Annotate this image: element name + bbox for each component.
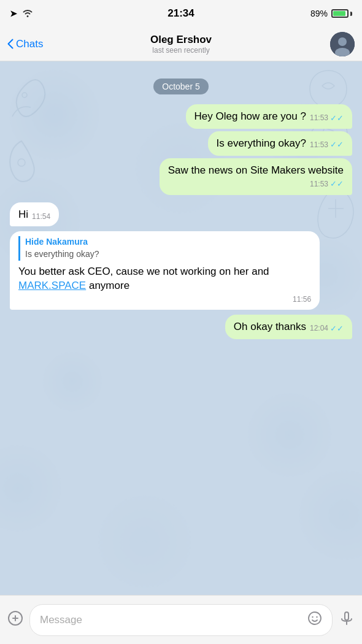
message-time: 12:04	[310, 323, 328, 334]
bubble-meta: 11:56	[18, 294, 311, 305]
message-row: Hi 11:54	[5, 202, 357, 227]
message-time: 11:53	[310, 140, 328, 150]
arrow-icon: ➤	[10, 9, 17, 18]
nav-bar: Chats Oleg Ershov last seen recently	[0, 27, 362, 61]
messages-container: Hey Oleg how are you ? 11:53 ✓✓ Is every…	[5, 104, 357, 339]
message-time: 11:53	[310, 113, 328, 123]
message-time: 11:54	[32, 212, 50, 222]
input-bar: Message	[0, 595, 362, 644]
status-time: 21:34	[168, 7, 194, 20]
date-separator: October 5	[5, 79, 357, 94]
contact-name[interactable]: Oleg Ershov	[150, 34, 212, 46]
message-bubble[interactable]: Hide Nakamura Is everything okay? You be…	[10, 231, 320, 310]
message-input-wrapper[interactable]: Message	[29, 604, 333, 636]
attach-button[interactable]	[7, 610, 23, 630]
message-row: Hey Oleg how are you ? 11:53 ✓✓	[5, 104, 357, 129]
message-time: 11:56	[293, 294, 311, 305]
contact-status: last seen recently	[150, 46, 212, 55]
avatar-image	[330, 32, 355, 56]
status-right: 89%	[310, 9, 352, 18]
message-input-placeholder[interactable]: Message	[40, 614, 302, 626]
bubble-content: Hey Oleg how are you ? 11:53 ✓✓	[194, 109, 344, 124]
battery-icon	[331, 9, 352, 18]
message-bubble[interactable]: Is everything okay? 11:53 ✓✓	[208, 131, 353, 156]
svg-rect-10	[345, 612, 349, 620]
wifi-icon	[22, 9, 33, 19]
read-receipt: ✓✓	[330, 323, 344, 334]
read-receipt: ✓✓	[330, 178, 344, 190]
contact-avatar[interactable]	[330, 32, 355, 56]
message-text: Hey Oleg how are you ?	[194, 109, 306, 124]
svg-point-9	[316, 616, 317, 617]
message-text: You better ask CEO, cause we not working…	[18, 264, 311, 294]
message-time: 11:53	[310, 179, 328, 190]
battery-percent: 89%	[310, 9, 328, 18]
svg-point-1	[338, 37, 347, 46]
back-label[interactable]: Chats	[16, 38, 43, 50]
message-bubble[interactable]: Hi 11:54	[10, 202, 59, 227]
status-left: ➤	[10, 9, 33, 19]
bubble-meta: 12:04 ✓✓	[310, 323, 344, 334]
message-text: Hi	[18, 207, 28, 222]
message-text: Oh okay thanks	[234, 320, 306, 334]
bubble-meta: 11:53 ✓✓	[310, 139, 344, 150]
message-text: Is everything okay?	[217, 136, 306, 151]
reply-name: Hide Nakamura	[25, 236, 311, 248]
link-mark-space[interactable]: MARK.SPACE	[18, 280, 86, 291]
bubble-meta: 11:53 ✓✓	[310, 113, 344, 124]
read-receipt: ✓✓	[330, 139, 344, 150]
voice-button[interactable]	[339, 610, 355, 630]
svg-point-8	[312, 616, 313, 617]
message-bubble[interactable]: Hey Oleg how are you ? 11:53 ✓✓	[186, 104, 352, 129]
message-text: Saw the news on Site Makers website	[168, 163, 344, 178]
back-button[interactable]: Chats	[7, 38, 43, 50]
message-row: Is everything okay? 11:53 ✓✓	[5, 131, 357, 156]
reply-text: Is everything okay?	[25, 248, 311, 261]
status-bar: ➤ 21:34 89%	[0, 0, 362, 27]
nav-center: Oleg Ershov last seen recently	[150, 34, 212, 55]
message-bubble[interactable]: Oh okay thanks 12:04 ✓✓	[225, 315, 352, 339]
bubble-content: Oh okay thanks 12:04 ✓✓	[234, 320, 344, 334]
message-bubble[interactable]: Saw the news on Site Makers website 11:5…	[160, 158, 352, 195]
message-row: Oh okay thanks 12:04 ✓✓	[5, 315, 357, 339]
date-pill: October 5	[153, 79, 208, 94]
emoji-button[interactable]	[307, 611, 322, 629]
message-row: Saw the news on Site Makers website 11:5…	[5, 158, 357, 195]
bubble-content: Hi 11:54	[18, 207, 50, 222]
read-receipt: ✓✓	[330, 113, 344, 124]
reply-indicator: Hide Nakamura Is everything okay?	[18, 236, 311, 260]
message-row: Hide Nakamura Is everything okay? You be…	[5, 231, 357, 310]
bubble-meta: 11:53 ✓✓	[168, 178, 344, 190]
bubble-meta: 11:54	[32, 212, 50, 222]
svg-point-7	[309, 612, 321, 624]
bubble-content: Is everything okay? 11:53 ✓✓	[217, 136, 344, 151]
chat-area: October 5 Hey Oleg how are you ? 11:53 ✓…	[0, 61, 362, 595]
